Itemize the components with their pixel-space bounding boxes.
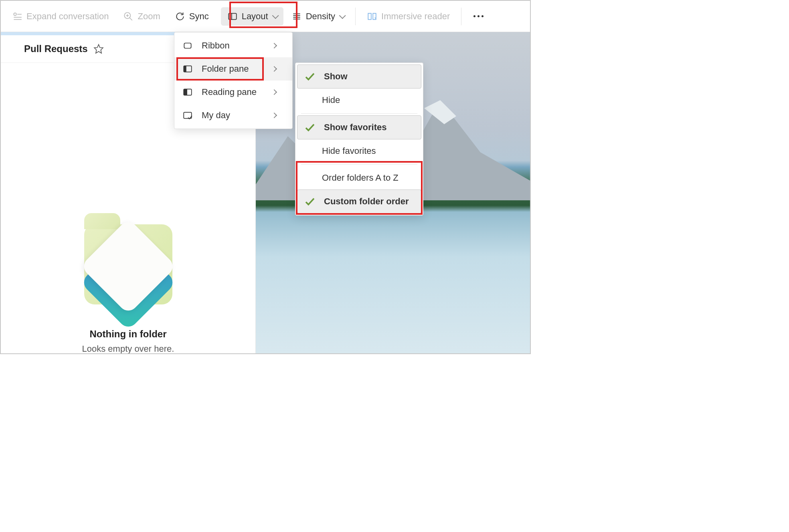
submenu-item-hide-favorites[interactable]: Hide favorites <box>295 139 423 163</box>
chevron-down-icon <box>272 12 279 19</box>
chevron-right-icon <box>271 43 277 48</box>
chevron-down-icon <box>339 12 346 19</box>
toolbar-separator <box>461 8 461 25</box>
menu-item-folder-pane[interactable]: Folder pane <box>174 57 292 81</box>
svg-rect-17 <box>184 43 191 48</box>
immersive-reader-label: Immersive reader <box>381 11 450 22</box>
reading-pane-icon <box>182 86 194 98</box>
chevron-right-icon <box>271 66 277 72</box>
empty-subtitle: Looks empty over here. <box>1 344 255 354</box>
folder-title: Pull Requests <box>24 43 88 54</box>
submenu-item-custom-order[interactable]: Custom folder order <box>297 189 421 214</box>
density-button[interactable]: Density <box>285 7 350 26</box>
more-button[interactable] <box>466 11 491 21</box>
empty-title: Nothing in folder <box>1 328 255 340</box>
svg-marker-14 <box>94 44 103 53</box>
menu-item-my-day[interactable]: My day <box>174 104 292 127</box>
empty-state: Nothing in folder Looks empty over here. <box>1 220 255 354</box>
layout-label: Layout <box>242 11 268 22</box>
submenu-item-hide[interactable]: Hide <box>295 89 423 112</box>
svg-line-5 <box>130 18 133 20</box>
layout-button[interactable]: Layout <box>221 7 283 26</box>
chevron-right-icon <box>271 113 277 118</box>
svg-point-0 <box>14 13 16 15</box>
expand-conversation-label: Expand conversation <box>26 11 109 22</box>
sync-label: Sync <box>189 11 209 22</box>
zoom-label: Zoom <box>138 11 160 22</box>
empty-folder-illustration <box>82 220 174 312</box>
check-icon <box>304 195 316 208</box>
menu-item-reading-pane[interactable]: Reading pane <box>174 81 292 104</box>
menu-item-ribbon[interactable]: Ribbon <box>174 34 292 57</box>
menu-separator <box>301 164 417 165</box>
favorite-star-icon[interactable] <box>93 44 104 54</box>
zoom-button[interactable]: Zoom <box>117 7 166 26</box>
ribbon-icon <box>182 40 194 52</box>
svg-rect-21 <box>184 89 187 95</box>
layout-menu: Ribbon Folder pane Reading pane My day <box>174 32 293 129</box>
immersive-reader-button[interactable]: Immersive reader <box>360 7 456 26</box>
submenu-item-show[interactable]: Show <box>297 64 421 89</box>
expand-conversation-button[interactable]: Expand conversation <box>6 7 115 26</box>
submenu-item-show-favorites[interactable]: Show favorites <box>297 115 421 139</box>
toolbar: Expand conversation Zoom Sync Layout Den… <box>1 1 530 32</box>
svg-rect-8 <box>229 13 237 19</box>
immersive-reader-icon <box>367 11 377 22</box>
submenu-item-order-az[interactable]: Order folders A to Z <box>295 166 423 189</box>
chevron-right-icon <box>271 89 277 95</box>
layout-icon <box>227 11 238 22</box>
sync-button[interactable]: Sync <box>168 7 215 26</box>
folder-pane-submenu: Show Hide Show favorites Hide favorites … <box>295 62 423 216</box>
check-icon <box>304 71 316 83</box>
density-icon <box>291 11 302 22</box>
toolbar-separator <box>355 8 356 25</box>
svg-rect-19 <box>184 66 186 72</box>
my-day-icon <box>182 109 194 121</box>
check-icon <box>304 121 316 133</box>
menu-separator <box>301 113 417 114</box>
density-label: Density <box>306 11 335 22</box>
folder-pane-icon <box>182 63 194 75</box>
